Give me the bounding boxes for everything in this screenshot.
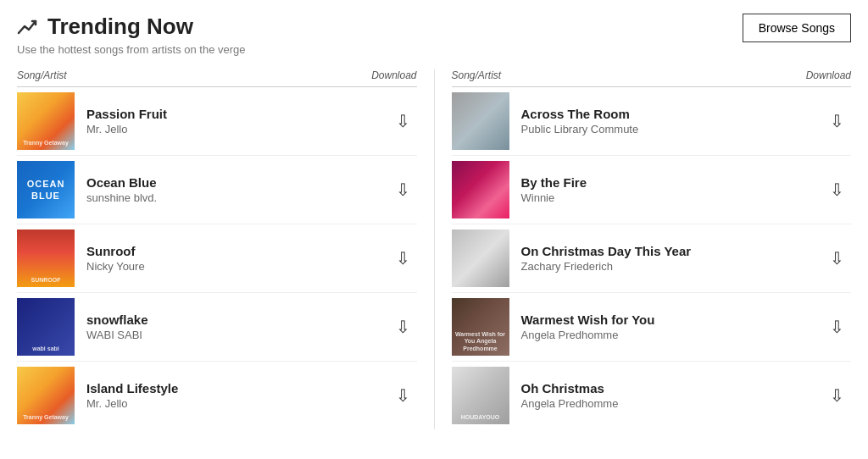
song-title: Oh Christmas [521, 381, 824, 395]
list-item: Tranny GetawayIsland LifestyleMr. Jello⇩ [17, 362, 417, 429]
left-songs-list: Tranny GetawayPassion FruitMr. Jello⇩oce… [17, 87, 417, 429]
album-art: Warmest Wish for You Angela Predhomme [452, 298, 509, 356]
song-info: Ocean Bluesunshine blvd. [86, 175, 389, 204]
download-button[interactable]: ⇩ [389, 108, 417, 135]
download-button[interactable]: ⇩ [389, 176, 417, 203]
album-art: Tranny Getaway [17, 92, 75, 150]
list-item: Warmest Wish for You Angela PredhommeWar… [452, 293, 852, 362]
song-info: On Christmas Day This YearZachary Friede… [521, 244, 824, 273]
right-songs-list: Across The RoomPublic Library Commute⇩By… [452, 87, 852, 429]
song-title: Warmest Wish for You [521, 312, 824, 327]
list-item: SUNROOFSunroofNicky Youre⇩ [17, 224, 417, 293]
song-artist: Mr. Jello [86, 397, 389, 410]
song-title: Island Lifestyle [86, 381, 389, 395]
song-info: Oh ChristmasAngela Predhomme [521, 381, 824, 410]
download-button[interactable]: ⇩ [389, 245, 417, 272]
song-artist: Mr. Jello [86, 123, 389, 135]
song-artist: Angela Predhomme [521, 329, 824, 341]
album-art: ocean blue [17, 161, 75, 218]
song-title: On Christmas Day This Year [521, 244, 824, 258]
album-art: Tranny Getaway [17, 367, 75, 424]
page-title: Trending Now [47, 14, 193, 40]
song-info: Passion FruitMr. Jello [86, 107, 389, 135]
song-info: Warmest Wish for YouAngela Predhomme [521, 312, 824, 341]
song-info: Island LifestyleMr. Jello [86, 381, 389, 410]
song-artist: Zachary Friederich [521, 260, 824, 273]
download-button[interactable]: ⇩ [823, 108, 851, 135]
right-column: Song/Artist Download Across The RoomPubl… [435, 69, 852, 429]
page-header: Trending Now Use the hottest songs from … [17, 14, 851, 56]
song-artist: Public Library Commute [521, 123, 824, 135]
left-download-header: Download [371, 69, 416, 81]
download-button[interactable]: ⇩ [389, 313, 417, 340]
song-artist: Nicky Youre [86, 260, 389, 273]
download-button[interactable]: ⇩ [823, 313, 851, 340]
song-info: By the FireWinnie [521, 175, 824, 204]
list-item: On Christmas Day This YearZachary Friede… [452, 224, 852, 293]
song-title: Ocean Blue [86, 175, 389, 190]
album-art: HOUDAYOUO [452, 367, 509, 424]
header-left: Trending Now Use the hottest songs from … [17, 14, 246, 56]
page-subtitle: Use the hottest songs from artists on th… [17, 43, 246, 56]
song-info: Across The RoomPublic Library Commute [521, 107, 824, 135]
list-item: HOUDAYOUOOh ChristmasAngela Predhomme⇩ [452, 362, 852, 429]
song-artist: sunshine blvd. [86, 191, 389, 204]
song-info: snowflakeWABI SABI [86, 312, 389, 341]
trending-icon [17, 18, 41, 36]
album-art [452, 230, 509, 287]
song-title: Sunroof [86, 244, 389, 258]
song-info: SunroofNicky Youre [86, 244, 389, 273]
list-item: ocean blueOcean Bluesunshine blvd.⇩ [17, 156, 417, 224]
download-button[interactable]: ⇩ [823, 176, 851, 203]
list-item: Tranny GetawayPassion FruitMr. Jello⇩ [17, 87, 417, 156]
list-item: By the FireWinnie⇩ [452, 156, 852, 224]
right-col-header: Song/Artist Download [452, 69, 852, 87]
right-song-artist-header: Song/Artist [452, 69, 502, 81]
browse-songs-button[interactable]: Browse Songs [743, 14, 851, 42]
song-artist: Winnie [521, 191, 824, 204]
download-button[interactable]: ⇩ [823, 382, 851, 409]
download-button[interactable]: ⇩ [823, 245, 851, 272]
right-download-header: Download [806, 69, 851, 81]
song-title: Passion Fruit [86, 107, 389, 121]
list-item: Across The RoomPublic Library Commute⇩ [452, 87, 852, 156]
song-columns: Song/Artist Download Tranny GetawayPassi… [17, 69, 851, 429]
list-item: wabi sabisnowflakeWABI SABI⇩ [17, 293, 417, 362]
download-button[interactable]: ⇩ [389, 382, 417, 409]
album-art [452, 92, 509, 150]
song-title: Across The Room [521, 107, 824, 121]
title-row: Trending Now [17, 14, 246, 40]
left-column: Song/Artist Download Tranny GetawayPassi… [17, 69, 435, 429]
song-title: snowflake [86, 312, 389, 327]
album-art [452, 161, 509, 218]
song-title: By the Fire [521, 175, 824, 190]
album-art: wabi sabi [17, 298, 75, 356]
left-song-artist-header: Song/Artist [17, 69, 67, 81]
song-artist: Angela Predhomme [521, 397, 824, 410]
song-artist: WABI SABI [86, 329, 389, 341]
left-col-header: Song/Artist Download [17, 69, 417, 87]
album-art: SUNROOF [17, 230, 75, 287]
